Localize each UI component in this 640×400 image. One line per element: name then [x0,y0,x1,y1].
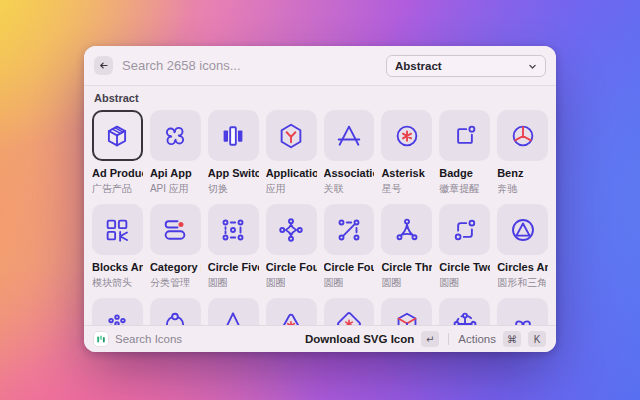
icon-label: Circle Two L... [439,261,490,273]
icon-cell[interactable]: Api AppAPI 应用 [150,110,201,196]
icon-cell[interactable]: Application...应用 [266,110,317,196]
icon-tile[interactable] [324,298,375,325]
icon-cell[interactable]: Blocks And...模块箭头 [92,204,143,290]
dot-cluster-icon [102,309,132,326]
cone-icon [218,309,248,326]
icon-sublabel: 分类管理 [150,276,201,290]
icon-cell[interactable]: Circles And...圆形和三角 [497,204,548,290]
icon-cell[interactable]: Asterisk星号 [381,110,432,196]
icon-label: Circle Four [266,261,317,273]
icon-sublabel: 圆形和三角 [497,276,548,290]
footer-divider [448,333,449,345]
icon-sublabel: 圆圈 [381,276,432,290]
cube-icon [392,309,422,326]
icon-cell[interactable] [381,298,432,325]
icon-tile[interactable] [324,204,375,255]
icon-tile[interactable] [150,298,201,325]
icon-tile[interactable] [208,298,259,325]
icon-sublabel: 圆圈 [324,276,375,290]
icon-sublabel: 圆圈 [266,276,317,290]
icon-cell[interactable]: Circle Four...圆圈 [324,204,375,290]
icon-label: Circle Five L... [208,261,259,273]
blocks-and-arrows-icon [102,215,132,245]
icon-sublabel: 圆圈 [208,276,259,290]
category-dropdown[interactable]: Abstract [386,55,546,77]
icon-tile[interactable] [381,204,432,255]
icon-tile[interactable] [150,110,201,161]
icon-cell[interactable]: Association关联 [324,110,375,196]
icon-tile[interactable] [439,204,490,255]
k-key-badge: K [528,331,546,347]
icon-cell[interactable]: Circle Three圆圈 [381,204,432,290]
icon-tile[interactable] [92,204,143,255]
icon-sublabel: 星号 [381,182,432,196]
icon-cell[interactable] [208,298,259,325]
search-input[interactable]: Search 2658 icons... [122,58,377,73]
circle-two-line-icon [450,215,480,245]
icon-sublabel: 圆圈 [439,276,490,290]
icon-tile[interactable] [497,298,548,325]
circle-five-line-icon [218,215,248,245]
icon-cell[interactable]: Ad Product广告产品 [92,110,143,196]
icon-tile[interactable] [208,110,259,161]
icon-tile[interactable] [150,204,201,255]
icon-tile[interactable] [266,204,317,255]
cmd-key-badge: ⌘ [503,331,521,347]
app-switch-icon [218,121,248,151]
icon-tile[interactable] [92,298,143,325]
circle-four-line-icon [334,215,364,245]
benz-icon [508,121,538,151]
icon-cell[interactable] [439,298,490,325]
icon-cell[interactable]: Circle Five L...圆圈 [208,204,259,290]
icon-tile[interactable] [208,204,259,255]
icon-tile[interactable] [497,204,548,255]
icon-cell[interactable] [150,298,201,325]
icon-sublabel: 关联 [324,182,375,196]
icon-cell[interactable]: Circle Four圆圈 [266,204,317,290]
icon-label: Circle Three [381,261,432,273]
icon-label: Application... [266,167,317,179]
icon-label: Category M... [150,261,201,273]
icon-tile[interactable] [439,298,490,325]
icon-tile[interactable] [324,110,375,161]
icon-sublabel: 广告产品 [92,182,143,196]
icon-label: Circles And... [497,261,548,273]
icon-cell[interactable]: App Switch切换 [208,110,259,196]
icon-search-window: Search 2658 icons... Abstract Abstract A… [84,46,556,352]
icon-cell[interactable] [497,298,548,325]
icon-cell[interactable]: Category M...分类管理 [150,204,201,290]
icon-cell[interactable] [266,298,317,325]
icon-label: App Switch [208,167,259,179]
icon-label: Api App [150,167,201,179]
icon-label: Ad Product [92,167,143,179]
icon-cell[interactable] [324,298,375,325]
icon-tile[interactable] [497,110,548,161]
back-button[interactable] [94,56,113,75]
icon-tile[interactable] [92,110,143,161]
asterisk-circle-icon [392,121,422,151]
icon-label: Circle Four... [324,261,375,273]
download-svg-button[interactable]: Download SVG Icon [305,333,414,345]
actions-button[interactable]: Actions [458,333,496,345]
icon-grid: Ad Product广告产品Api AppAPI 应用App Switch切换A… [92,110,548,325]
icon-sublabel: 徽章提醒 [439,182,490,196]
footer-app-label: Search Icons [115,333,182,345]
icon-sublabel: 应用 [266,182,317,196]
circles-and-triangles-icon [508,215,538,245]
icon-cell[interactable]: Benz奔驰 [497,110,548,196]
icon-cell[interactable]: Circle Two L...圆圈 [439,204,490,290]
icon-tile[interactable] [266,298,317,325]
category-management-icon [160,215,190,245]
icon-tile[interactable] [266,110,317,161]
icon-tile[interactable] [381,298,432,325]
api-app-icon [160,121,190,151]
icon-tile[interactable] [381,110,432,161]
icon-cell[interactable]: Badge徽章提醒 [439,110,490,196]
chevron-down-icon [528,57,537,75]
infinity-icon [508,309,538,326]
icon-cell[interactable] [92,298,143,325]
icon-tile[interactable] [439,110,490,161]
connection-circle-icon [160,309,190,326]
search-header: Search 2658 icons... Abstract [84,46,556,86]
arrow-left-icon [98,57,109,75]
